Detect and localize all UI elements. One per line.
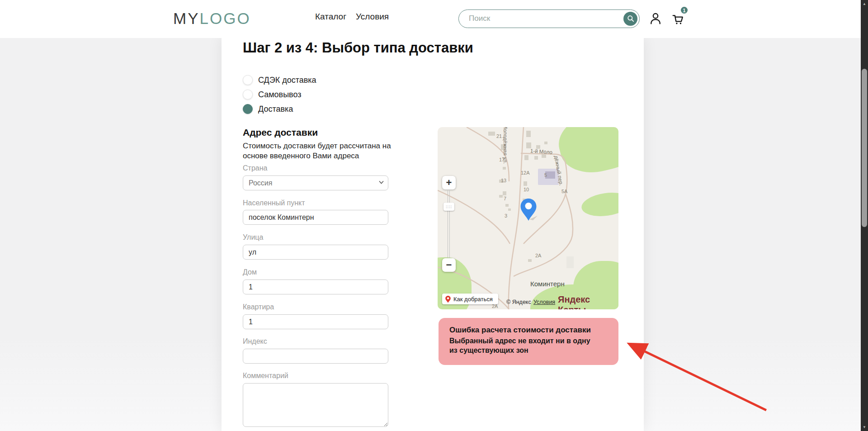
delivery-option-delivery[interactable]: Доставка bbox=[243, 104, 293, 114]
delivery-option-pickup[interactable]: Самовывоз bbox=[243, 90, 302, 99]
user-icon bbox=[649, 12, 662, 25]
search-input[interactable] bbox=[459, 10, 619, 27]
account-button[interactable] bbox=[648, 12, 663, 26]
map-building bbox=[488, 132, 495, 136]
country-label: Страна bbox=[243, 164, 267, 172]
radio-icon[interactable] bbox=[243, 104, 253, 114]
radio-icon[interactable] bbox=[243, 75, 253, 85]
map-building bbox=[499, 195, 503, 198]
map-house-number: 10 bbox=[524, 187, 529, 192]
radio-label: Самовывоз bbox=[258, 90, 302, 99]
map-house-number: 21 bbox=[496, 133, 502, 139]
map-pin-icon bbox=[519, 198, 539, 222]
checkout-page: MYLOGO Каталог Условия bbox=[0, 0, 868, 431]
address-heading: Адрес доставки bbox=[243, 127, 318, 138]
map-house-number: 2А bbox=[535, 253, 541, 258]
map-copyright: © Яндекс bbox=[506, 299, 531, 305]
radio-label: Доставка bbox=[258, 104, 293, 114]
error-title: Ошибка расчета стоимости доставки bbox=[449, 326, 608, 335]
search-button[interactable] bbox=[623, 12, 637, 26]
error-message: Выбранный адрес не входит ни в одну из с… bbox=[449, 336, 599, 355]
city-input[interactable] bbox=[243, 210, 388, 225]
postcode-input[interactable] bbox=[243, 349, 388, 364]
site-logo[interactable]: MYLOGO bbox=[173, 9, 251, 28]
postcode-label: Индекс bbox=[243, 337, 267, 346]
map-building bbox=[534, 156, 538, 160]
delivery-error-box: Ошибка расчета стоимости доставки Выбран… bbox=[439, 318, 618, 365]
map-building bbox=[503, 167, 506, 170]
comment-textarea[interactable] bbox=[243, 383, 388, 427]
map-zoom-in-button[interactable]: + bbox=[442, 176, 456, 189]
map-building bbox=[524, 181, 527, 186]
country-select[interactable]: Россия bbox=[243, 175, 388, 190]
map-zoom-out-button[interactable]: − bbox=[442, 258, 456, 272]
search-bar bbox=[458, 9, 640, 28]
map-zoom-track[interactable] bbox=[448, 190, 450, 258]
map-house-number: 3 bbox=[505, 213, 507, 218]
route-button-label: Как добраться bbox=[453, 296, 493, 303]
radio-label: СДЭК доставка bbox=[258, 76, 316, 85]
scrollbar-up-arrow[interactable]: ▲ bbox=[861, 2, 868, 6]
house-input[interactable] bbox=[243, 279, 388, 294]
yandex-map[interactable]: 2117137312А1055А2А2А Молодёжная ул. 1-й … bbox=[438, 127, 618, 309]
map-building bbox=[508, 208, 511, 211]
map-house-number: 5А bbox=[561, 189, 567, 194]
map-building bbox=[526, 131, 531, 137]
annotation-arrow-icon bbox=[608, 332, 771, 416]
scrollbar-thumb[interactable] bbox=[862, 69, 867, 227]
route-pin-icon bbox=[445, 295, 451, 303]
map-building bbox=[528, 259, 532, 262]
cart-count-badge: 1 bbox=[680, 6, 689, 14]
map-house-number: 12А bbox=[521, 170, 530, 175]
logo-part-my: MY bbox=[173, 9, 200, 27]
page-scrollbar[interactable]: ▲ ▼ bbox=[861, 0, 868, 431]
street-label: Улица bbox=[243, 233, 263, 242]
map-terms-link[interactable]: Условия bbox=[533, 299, 555, 305]
address-note: Стоимость доставки будет рассчитана на о… bbox=[243, 141, 393, 161]
logo-part-logo: LOGO bbox=[200, 9, 251, 27]
map-street-label-vertical: Молодёжная ул. bbox=[503, 127, 508, 164]
nav-terms-link[interactable]: Условия bbox=[356, 12, 389, 22]
map-building bbox=[566, 256, 574, 268]
map-house-number: 5 bbox=[544, 172, 547, 178]
map-building bbox=[542, 154, 546, 158]
map-building bbox=[505, 204, 509, 207]
step-title: Шаг 2 из 4: Выбор типа доставки bbox=[243, 40, 532, 56]
map-place-label: Коминтерн bbox=[530, 280, 565, 288]
delivery-option-cdek[interactable]: СДЭК доставка bbox=[243, 75, 316, 85]
map-ruler-button[interactable]: :::: bbox=[443, 203, 454, 211]
country-select-wrap: Россия bbox=[243, 175, 388, 190]
city-label: Населенный пункт bbox=[243, 199, 305, 207]
map-route-button[interactable]: Как добраться bbox=[442, 294, 498, 304]
map-house-number: 7 bbox=[504, 196, 506, 201]
comment-label: Комментарий bbox=[243, 372, 288, 380]
apartment-label: Квартира bbox=[243, 303, 274, 311]
yandex-maps-logo[interactable]: Яндекс Карты bbox=[558, 294, 618, 309]
map-house-number: 13 bbox=[501, 178, 506, 183]
map-building bbox=[524, 155, 528, 160]
search-icon bbox=[627, 15, 634, 22]
nav-catalog-link[interactable]: Каталог bbox=[315, 12, 346, 22]
apartment-input[interactable] bbox=[243, 314, 388, 329]
header: MYLOGO Каталог Условия bbox=[0, 0, 868, 38]
scrollbar-down-arrow[interactable]: ▼ bbox=[861, 425, 868, 429]
radio-icon[interactable] bbox=[243, 90, 253, 99]
map-building bbox=[544, 142, 547, 144]
map-building bbox=[503, 191, 506, 195]
house-label: Дом bbox=[243, 268, 257, 276]
street-input[interactable] bbox=[243, 245, 388, 260]
map-building bbox=[526, 142, 531, 148]
